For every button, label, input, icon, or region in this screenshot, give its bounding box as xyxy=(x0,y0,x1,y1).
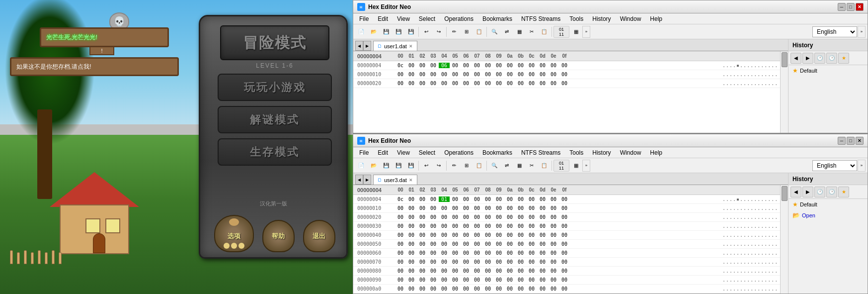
byte-00-9[interactable]: 00 xyxy=(493,63,504,68)
b1-7[interactable]: 00 xyxy=(472,72,482,77)
hex-bottom-scrollbar[interactable] xyxy=(780,185,788,294)
b1-9[interactable]: 00 xyxy=(493,72,504,77)
b2-5[interactable]: 00 xyxy=(450,81,461,86)
tab-next-top[interactable]: ▶ xyxy=(363,41,371,51)
saveas-btn-bottom[interactable]: 💾 xyxy=(393,160,404,172)
menu-ntfs-bottom[interactable]: NTFS Streams xyxy=(517,148,564,157)
b2-8[interactable]: 00 xyxy=(482,81,493,86)
copy-btn-bottom[interactable]: 📋 xyxy=(538,160,550,172)
byte-00-1[interactable]: 00 xyxy=(406,63,417,68)
hex-bottom-row-6[interactable]: 00000060 0000000000000000000000000000000… xyxy=(353,249,780,258)
find-btn-top[interactable]: 🔍 xyxy=(488,26,500,38)
replace-btn-bottom[interactable]: ⇌ xyxy=(501,160,513,172)
b1-5[interactable]: 00 xyxy=(450,72,461,77)
b1-4[interactable]: 00 xyxy=(439,72,450,77)
hex-bottom-row-2[interactable]: 00000020 0000000000000000000000000000000… xyxy=(353,213,780,222)
b2-3[interactable]: 00 xyxy=(428,81,439,86)
copyto-btn-bottom[interactable]: 📋 xyxy=(473,160,485,172)
menu-ntfs-top[interactable]: NTFS Streams xyxy=(517,14,564,23)
byte-00-8[interactable]: 00 xyxy=(482,63,493,68)
history-star-bottom[interactable]: ★ xyxy=(838,187,849,197)
byte-00-3[interactable]: 00 xyxy=(428,63,439,68)
b1-1[interactable]: 00 xyxy=(406,72,417,77)
byte-00-12[interactable]: 00 xyxy=(526,63,537,68)
btn-exit[interactable]: 退出 xyxy=(303,220,335,252)
b1-6[interactable]: 00 xyxy=(461,72,472,77)
saveall-btn-top[interactable]: 💾 xyxy=(405,26,417,38)
b2-1[interactable]: 00 xyxy=(406,81,417,86)
compare-btn-top[interactable]: ⊞ xyxy=(461,26,473,38)
copy-btn-top[interactable]: 📋 xyxy=(538,26,550,38)
edit-btn-top[interactable]: ✏ xyxy=(448,26,460,38)
maximize-btn-top[interactable]: □ xyxy=(847,3,855,11)
hex-top-row-2[interactable]: 00000020 0000000000000000000000000000000… xyxy=(353,79,780,88)
menu-help-bottom[interactable]: Help xyxy=(646,148,666,157)
menu-file-bottom[interactable]: File xyxy=(355,148,373,157)
minimize-btn-bottom[interactable]: ─ xyxy=(838,137,846,145)
date-btn-bottom[interactable]: 0111 xyxy=(553,160,569,172)
date-btn-top[interactable]: 0111 xyxy=(553,26,569,38)
byte-00-7[interactable]: 00 xyxy=(472,63,482,68)
file-tab-close-bottom[interactable]: ✕ xyxy=(409,178,413,183)
b2-0[interactable]: 00 xyxy=(395,81,406,86)
hex-bottom-row-9[interactable]: 00000090 0000000000000000000000000000000… xyxy=(353,276,780,285)
bar-btn-bottom[interactable]: ▦ xyxy=(570,160,582,172)
hex-bottom-row-10[interactable]: 000000a0 0000000000000000000000000000000… xyxy=(353,285,780,294)
menu-window-bottom[interactable]: Window xyxy=(616,148,645,157)
b2-15[interactable]: 00 xyxy=(559,81,570,86)
menu-bookmarks-top[interactable]: Bookmarks xyxy=(478,14,516,23)
history-open-bottom[interactable]: 📂 Open xyxy=(789,210,868,221)
history-clock2-bottom[interactable]: 🕑 xyxy=(826,187,837,197)
history-star-top[interactable]: ★ xyxy=(838,53,849,64)
hex-top-row-1[interactable]: 00000010 0000000000000000000000000000000… xyxy=(353,70,780,79)
menu-edit-bottom[interactable]: Edit xyxy=(374,148,392,157)
saveall-btn-bottom[interactable]: 💾 xyxy=(405,160,417,172)
b2-14[interactable]: 00 xyxy=(548,81,559,86)
undo-btn-bottom[interactable]: ↩ xyxy=(420,160,432,172)
edit-btn-bottom[interactable]: ✏ xyxy=(448,160,460,172)
file-tab-bottom[interactable]: 🗋 user3.dat ✕ xyxy=(373,175,417,185)
byte-00-15[interactable]: 00 xyxy=(559,63,570,68)
tab-prev-top[interactable]: ◀ xyxy=(355,41,363,51)
maximize-btn-bottom[interactable]: □ xyxy=(847,137,855,145)
hex-bottom-row-4[interactable]: 00000040 0000000000000000000000000000000… xyxy=(353,231,780,240)
compare-btn-bottom[interactable]: ⊞ xyxy=(461,160,473,172)
tab-prev-bottom[interactable]: ◀ xyxy=(355,175,363,185)
menu-file-top[interactable]: File xyxy=(355,14,373,23)
menu-select-top[interactable]: Select xyxy=(415,14,439,23)
menu-item-2[interactable]: 解谜模式 xyxy=(218,106,332,133)
history-clock-bottom[interactable]: 🕐 xyxy=(814,187,825,197)
b2-11[interactable]: 00 xyxy=(515,81,526,86)
b1-10[interactable]: 00 xyxy=(504,72,515,77)
b1-2[interactable]: 00 xyxy=(417,72,428,77)
file-tab-close-top[interactable]: ✕ xyxy=(409,44,413,49)
file-tab-top[interactable]: 🗋 user1.dat ✕ xyxy=(373,41,417,51)
new-btn-bottom[interactable]: 📄 xyxy=(355,160,367,172)
b2-9[interactable]: 00 xyxy=(493,81,504,86)
history-back-top[interactable]: ◀ xyxy=(790,53,801,64)
menu-view-bottom[interactable]: View xyxy=(393,148,414,157)
cut-btn-bottom[interactable]: ✂ xyxy=(526,160,538,172)
menu-edit-top[interactable]: Edit xyxy=(374,14,392,23)
history-clock-top[interactable]: 🕐 xyxy=(814,53,825,64)
cut-btn-top[interactable]: ✂ xyxy=(526,26,538,38)
b1-12[interactable]: 00 xyxy=(526,72,537,77)
new-btn-top[interactable]: 📄 xyxy=(355,26,367,38)
byte-00-6[interactable]: 00 xyxy=(461,63,472,68)
fill-btn-bottom[interactable]: ▦ xyxy=(513,160,525,172)
save-btn-top[interactable]: 💾 xyxy=(380,26,392,38)
open-btn-bottom[interactable]: 📂 xyxy=(368,160,380,172)
menu-help-top[interactable]: Help xyxy=(646,14,666,23)
hex-top-scrollbar-thumb[interactable] xyxy=(782,52,788,67)
fill-btn-top[interactable]: ▦ xyxy=(513,26,525,38)
byte-00-11[interactable]: 00 xyxy=(515,63,526,68)
menu-operations-bottom[interactable]: Operations xyxy=(440,148,477,157)
expand-bottom[interactable]: » xyxy=(582,160,590,172)
find-btn-bottom[interactable]: 🔍 xyxy=(488,160,500,172)
hex-top-row-0[interactable]: 00000004 0c 00 00 00 06 00 00 00 00 xyxy=(353,61,780,70)
history-fwd-top[interactable]: ▶ xyxy=(802,53,813,64)
hex-bottom-row-7[interactable]: 00000070 0000000000000000000000000000000… xyxy=(353,258,780,267)
b2-4[interactable]: 00 xyxy=(439,81,450,86)
b2-10[interactable]: 00 xyxy=(504,81,515,86)
byte-00-2[interactable]: 00 xyxy=(417,63,428,68)
